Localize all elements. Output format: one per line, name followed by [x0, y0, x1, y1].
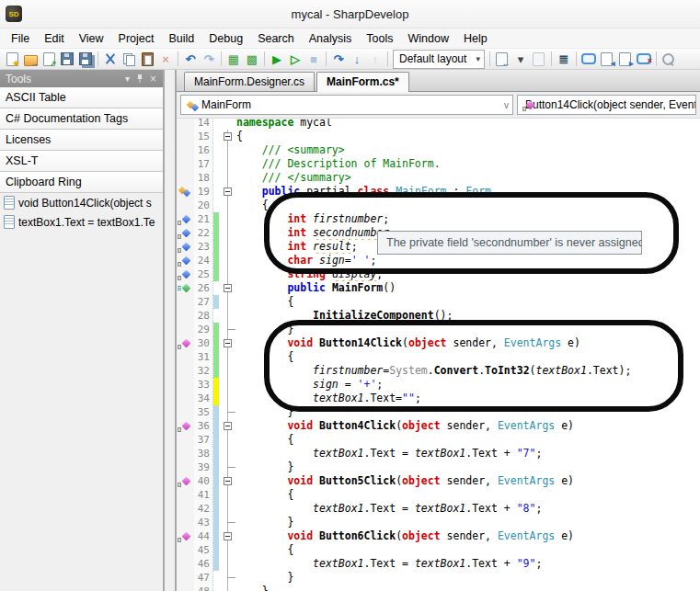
- code-line-14[interactable]: 14namespace mycal: [177, 119, 700, 130]
- line-number[interactable]: 44: [194, 529, 213, 543]
- code-editor[interactable]: 14namespace mycal15{16 /// <summary>17 /…: [177, 119, 700, 591]
- fold-margin[interactable]: [219, 529, 236, 543]
- menu-project[interactable]: Project: [111, 30, 162, 47]
- sidebar-item-xsl-t[interactable]: XSL-T: [0, 151, 163, 172]
- line-number[interactable]: 23: [194, 240, 213, 254]
- code-line-40[interactable]: 40 void Button5Click(object sender, Even…: [177, 474, 700, 488]
- line-number[interactable]: 29: [194, 323, 213, 336]
- fold-collapse-box[interactable]: [224, 339, 232, 347]
- member-combo[interactable]: Button14Click(object sender, EventArgs e…: [517, 95, 696, 115]
- pin-icon[interactable]: [132, 74, 147, 84]
- field-icon[interactable]: [177, 226, 194, 240]
- code-line-26[interactable]: 26 public MainForm(): [177, 281, 700, 295]
- code-line-24[interactable]: 24 char sign=' ';: [177, 254, 700, 267]
- code-line-41[interactable]: 41 {: [177, 488, 700, 502]
- paste-icon[interactable]: [138, 51, 156, 67]
- code-line-45[interactable]: 45 {: [177, 543, 700, 557]
- code-line-36[interactable]: 36 void Button4Click(object sender, Even…: [177, 419, 700, 433]
- line-number[interactable]: 31: [194, 350, 213, 364]
- menu-debug[interactable]: Debug: [201, 30, 250, 47]
- prev-bookmark-icon[interactable]: ◂: [598, 51, 616, 67]
- panel-splitter[interactable]: [163, 70, 177, 591]
- fold-margin[interactable]: [219, 185, 236, 199]
- code-line-16[interactable]: 16 /// <summary>: [177, 143, 700, 157]
- menu-build[interactable]: Build: [161, 30, 201, 47]
- code-line-21[interactable]: 21 int firstnumber;: [177, 212, 700, 226]
- line-number[interactable]: 32: [194, 364, 213, 378]
- line-number[interactable]: 27: [194, 295, 213, 309]
- line-number[interactable]: 42: [194, 502, 213, 516]
- code-line-42[interactable]: 42 textBox1.Text = textBox1.Text + "8";: [177, 502, 700, 516]
- code-line-15[interactable]: 15{: [177, 130, 700, 143]
- menu-file[interactable]: File: [4, 30, 37, 47]
- code-line-33[interactable]: 33 sign = '+';: [177, 378, 700, 392]
- code-line-46[interactable]: 46 textBox1.Text = textBox1.Text + "9";: [177, 557, 700, 571]
- rebuild-icon[interactable]: ▩: [243, 51, 261, 67]
- tab-mainform-cs-[interactable]: MainForm.cs*: [316, 72, 409, 92]
- line-number[interactable]: 41: [194, 488, 213, 502]
- run-icon[interactable]: ▶: [268, 51, 286, 67]
- build-icon[interactable]: ▦: [224, 51, 243, 67]
- code-line-31[interactable]: 31 {: [177, 350, 700, 364]
- fold-margin[interactable]: [219, 336, 236, 350]
- line-number[interactable]: 30: [194, 336, 213, 350]
- method-icon[interactable]: [177, 336, 194, 350]
- code-line-28[interactable]: 28 InitializeComponent();: [177, 309, 700, 323]
- code-line-19[interactable]: 19 public partial class MainForm : Form: [177, 185, 700, 199]
- code-line-35[interactable]: 35 }: [177, 405, 700, 419]
- line-number[interactable]: 40: [194, 474, 213, 488]
- code-line-44[interactable]: 44 void Button6Click(object sender, Even…: [177, 529, 700, 543]
- clipboard-ring-item[interactable]: textBox1.Text = textBox1.Te: [0, 212, 163, 232]
- line-number[interactable]: 46: [194, 557, 213, 571]
- code-line-34[interactable]: 34 textBox1.Text="";: [177, 392, 700, 405]
- run-without-debugger-icon[interactable]: ▷: [286, 51, 304, 67]
- line-number[interactable]: 15: [194, 130, 213, 143]
- menu-tools[interactable]: Tools: [359, 30, 400, 47]
- code-line-29[interactable]: 29 }: [177, 323, 700, 336]
- line-number[interactable]: 25: [194, 267, 213, 281]
- clear-bookmarks-icon[interactable]: ×: [635, 51, 653, 67]
- class-icon[interactable]: [177, 185, 194, 199]
- code-line-18[interactable]: 18 /// </summary>: [177, 171, 700, 185]
- class-combo[interactable]: MainForm v: [180, 95, 513, 115]
- line-number[interactable]: 20: [194, 199, 213, 212]
- line-number[interactable]: 45: [194, 543, 213, 557]
- code-line-38[interactable]: 38 textBox1.Text = textBox1.Text + "7";: [177, 447, 700, 460]
- step-into-icon[interactable]: ↓: [348, 51, 366, 67]
- menu-window[interactable]: Window: [400, 30, 455, 47]
- line-number[interactable]: 47: [194, 571, 213, 585]
- line-number[interactable]: 36: [194, 419, 213, 433]
- open-file-icon[interactable]: →: [21, 51, 40, 67]
- next-bookmark-icon[interactable]: ▸: [616, 51, 635, 67]
- stop-icon[interactable]: ■: [304, 51, 323, 67]
- line-number[interactable]: 17: [194, 157, 213, 171]
- justify-icon[interactable]: ≣: [555, 51, 573, 67]
- panel-dropdown-icon[interactable]: ▾: [122, 74, 132, 84]
- code-line-17[interactable]: 17 /// Description of MainForm.: [177, 157, 700, 171]
- redo-icon[interactable]: ↷: [200, 51, 218, 67]
- sidebar-item-ascii-table[interactable]: ASCII Table: [0, 87, 163, 108]
- menu-search[interactable]: Search: [250, 30, 302, 47]
- delete-icon[interactable]: ×: [156, 51, 175, 67]
- sidebar-item-clipboard-ring[interactable]: Clipboard Ring: [0, 172, 163, 193]
- line-number[interactable]: 39: [194, 460, 213, 474]
- code-line-27[interactable]: 27 {: [177, 295, 700, 309]
- menu-view[interactable]: View: [72, 30, 111, 47]
- line-number[interactable]: 14: [194, 119, 213, 130]
- menu-edit[interactable]: Edit: [37, 30, 72, 47]
- line-number[interactable]: 43: [194, 516, 213, 529]
- fold-collapse-box[interactable]: [224, 532, 232, 540]
- code-line-25[interactable]: 25 string display;: [177, 267, 700, 281]
- constructor-icon[interactable]: [177, 281, 194, 295]
- new-file-icon[interactable]: ★: [3, 51, 21, 67]
- layout-combo[interactable]: Default layout▾: [393, 50, 485, 69]
- field-icon[interactable]: [177, 240, 194, 254]
- fold-collapse-box[interactable]: [224, 132, 232, 141]
- line-number[interactable]: 28: [194, 309, 213, 323]
- method-icon[interactable]: [177, 419, 194, 433]
- step-over-icon[interactable]: ↷: [329, 51, 348, 67]
- fold-collapse-box[interactable]: [224, 477, 232, 485]
- comment-region-icon[interactable]: ←: [493, 51, 511, 67]
- field-icon[interactable]: [177, 254, 194, 267]
- save-all-icon[interactable]: [76, 51, 95, 67]
